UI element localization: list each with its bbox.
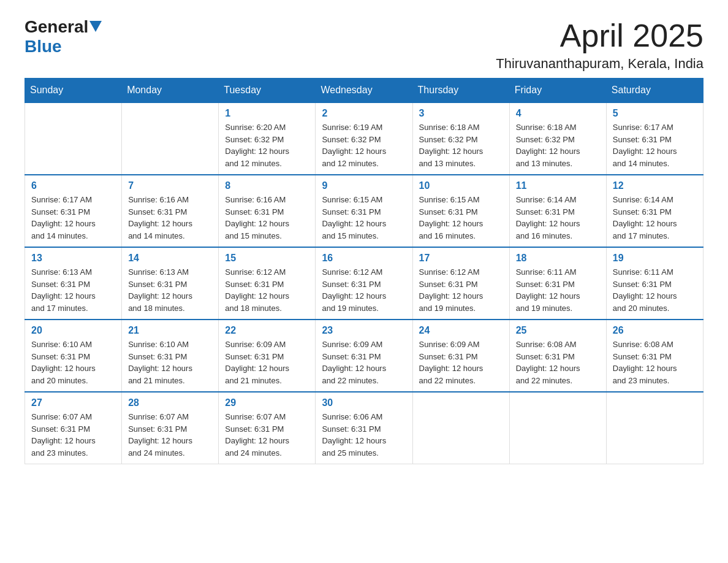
day-info: Sunrise: 6:20 AMSunset: 6:32 PMDaylight:… <box>225 121 309 169</box>
day-info: Sunrise: 6:15 AMSunset: 6:31 PMDaylight:… <box>322 194 406 242</box>
calendar-week-row: 1Sunrise: 6:20 AMSunset: 6:32 PMDaylight… <box>25 102 703 175</box>
day-number: 15 <box>225 253 309 264</box>
day-number: 27 <box>31 397 115 408</box>
day-info: Sunrise: 6:08 AMSunset: 6:31 PMDaylight:… <box>613 339 697 386</box>
day-info: Sunrise: 6:09 AMSunset: 6:31 PMDaylight:… <box>322 339 406 386</box>
day-number: 4 <box>516 108 600 119</box>
calendar-cell: 9Sunrise: 6:15 AMSunset: 6:31 PMDaylight… <box>316 175 412 247</box>
calendar-weekday-header: Tuesday <box>219 79 316 103</box>
day-number: 19 <box>613 253 697 264</box>
calendar-cell: 5Sunrise: 6:17 AMSunset: 6:31 PMDaylight… <box>606 102 703 175</box>
calendar-cell: 23Sunrise: 6:09 AMSunset: 6:31 PMDayligh… <box>316 320 412 392</box>
calendar-header-row: SundayMondayTuesdayWednesdayThursdayFrid… <box>25 79 703 103</box>
calendar-weekday-header: Friday <box>509 79 606 103</box>
day-info: Sunrise: 6:06 AMSunset: 6:31 PMDaylight:… <box>322 411 406 459</box>
calendar-cell: 26Sunrise: 6:08 AMSunset: 6:31 PMDayligh… <box>606 320 703 392</box>
page-subtitle: Thiruvananthapuram, Kerala, India <box>496 56 703 72</box>
calendar-weekday-header: Wednesday <box>316 79 412 103</box>
calendar-cell: 11Sunrise: 6:14 AMSunset: 6:31 PMDayligh… <box>509 175 606 247</box>
page-header: General Blue April 2025 Thiruvananthapur… <box>25 18 703 72</box>
calendar-weekday-header: Monday <box>122 79 219 103</box>
calendar-cell <box>606 392 703 464</box>
day-info: Sunrise: 6:09 AMSunset: 6:31 PMDaylight:… <box>225 339 309 386</box>
day-info: Sunrise: 6:19 AMSunset: 6:32 PMDaylight:… <box>322 121 406 169</box>
calendar-cell: 16Sunrise: 6:12 AMSunset: 6:31 PMDayligh… <box>316 247 412 320</box>
day-info: Sunrise: 6:07 AMSunset: 6:31 PMDaylight:… <box>225 411 309 459</box>
day-info: Sunrise: 6:12 AMSunset: 6:31 PMDaylight:… <box>419 266 503 314</box>
day-info: Sunrise: 6:17 AMSunset: 6:31 PMDaylight:… <box>31 194 115 242</box>
day-info: Sunrise: 6:09 AMSunset: 6:31 PMDaylight:… <box>419 339 503 386</box>
day-info: Sunrise: 6:10 AMSunset: 6:31 PMDaylight:… <box>31 339 115 386</box>
calendar-cell: 17Sunrise: 6:12 AMSunset: 6:31 PMDayligh… <box>412 247 509 320</box>
day-info: Sunrise: 6:14 AMSunset: 6:31 PMDaylight:… <box>516 194 600 242</box>
day-number: 11 <box>516 180 600 191</box>
day-info: Sunrise: 6:11 AMSunset: 6:31 PMDaylight:… <box>613 266 697 314</box>
calendar-cell: 3Sunrise: 6:18 AMSunset: 6:32 PMDaylight… <box>412 102 509 175</box>
day-info: Sunrise: 6:10 AMSunset: 6:31 PMDaylight:… <box>128 339 212 386</box>
day-number: 12 <box>613 180 697 191</box>
day-number: 1 <box>225 108 309 119</box>
page-title: April 2025 <box>496 18 703 53</box>
day-info: Sunrise: 6:16 AMSunset: 6:31 PMDaylight:… <box>128 194 212 242</box>
day-number: 3 <box>419 108 503 119</box>
logo: General Blue <box>25 18 102 56</box>
day-number: 21 <box>128 325 212 336</box>
day-number: 17 <box>419 253 503 264</box>
calendar-cell: 29Sunrise: 6:07 AMSunset: 6:31 PMDayligh… <box>219 392 316 464</box>
calendar-week-row: 13Sunrise: 6:13 AMSunset: 6:31 PMDayligh… <box>25 247 703 320</box>
calendar-cell <box>25 102 122 175</box>
calendar-weekday-header: Saturday <box>606 79 703 103</box>
calendar-cell: 30Sunrise: 6:06 AMSunset: 6:31 PMDayligh… <box>316 392 412 464</box>
day-info: Sunrise: 6:11 AMSunset: 6:31 PMDaylight:… <box>516 266 600 314</box>
calendar-week-row: 6Sunrise: 6:17 AMSunset: 6:31 PMDaylight… <box>25 175 703 247</box>
day-number: 2 <box>322 108 406 119</box>
day-number: 23 <box>322 325 406 336</box>
calendar-cell: 2Sunrise: 6:19 AMSunset: 6:32 PMDaylight… <box>316 102 412 175</box>
calendar-cell: 8Sunrise: 6:16 AMSunset: 6:31 PMDaylight… <box>219 175 316 247</box>
day-info: Sunrise: 6:12 AMSunset: 6:31 PMDaylight:… <box>225 266 309 314</box>
day-info: Sunrise: 6:13 AMSunset: 6:31 PMDaylight:… <box>31 266 115 314</box>
day-number: 5 <box>613 108 697 119</box>
day-number: 13 <box>31 253 115 264</box>
calendar-cell: 25Sunrise: 6:08 AMSunset: 6:31 PMDayligh… <box>509 320 606 392</box>
day-number: 9 <box>322 180 406 191</box>
logo-blue-text: Blue <box>25 37 62 56</box>
day-info: Sunrise: 6:17 AMSunset: 6:31 PMDaylight:… <box>613 121 697 169</box>
day-number: 10 <box>419 180 503 191</box>
day-info: Sunrise: 6:07 AMSunset: 6:31 PMDaylight:… <box>31 411 115 459</box>
calendar-cell: 21Sunrise: 6:10 AMSunset: 6:31 PMDayligh… <box>122 320 219 392</box>
calendar-cell: 13Sunrise: 6:13 AMSunset: 6:31 PMDayligh… <box>25 247 122 320</box>
day-number: 28 <box>128 397 212 408</box>
day-number: 26 <box>613 325 697 336</box>
calendar-cell: 4Sunrise: 6:18 AMSunset: 6:32 PMDaylight… <box>509 102 606 175</box>
day-info: Sunrise: 6:08 AMSunset: 6:31 PMDaylight:… <box>516 339 600 386</box>
calendar-cell: 18Sunrise: 6:11 AMSunset: 6:31 PMDayligh… <box>509 247 606 320</box>
calendar-cell: 1Sunrise: 6:20 AMSunset: 6:32 PMDaylight… <box>219 102 316 175</box>
calendar-cell: 20Sunrise: 6:10 AMSunset: 6:31 PMDayligh… <box>25 320 122 392</box>
calendar-cell <box>122 102 219 175</box>
day-number: 16 <box>322 253 406 264</box>
day-number: 18 <box>516 253 600 264</box>
calendar-table: SundayMondayTuesdayWednesdayThursdayFrid… <box>25 78 703 464</box>
title-block: April 2025 Thiruvananthapuram, Kerala, I… <box>496 18 703 72</box>
day-number: 25 <box>516 325 600 336</box>
day-number: 22 <box>225 325 309 336</box>
day-info: Sunrise: 6:12 AMSunset: 6:31 PMDaylight:… <box>322 266 406 314</box>
logo-general-text: General <box>25 18 88 36</box>
day-number: 14 <box>128 253 212 264</box>
day-info: Sunrise: 6:18 AMSunset: 6:32 PMDaylight:… <box>419 121 503 169</box>
calendar-cell: 27Sunrise: 6:07 AMSunset: 6:31 PMDayligh… <box>25 392 122 464</box>
calendar-cell: 10Sunrise: 6:15 AMSunset: 6:31 PMDayligh… <box>412 175 509 247</box>
day-info: Sunrise: 6:07 AMSunset: 6:31 PMDaylight:… <box>128 411 212 459</box>
day-number: 6 <box>31 180 115 191</box>
calendar-cell: 6Sunrise: 6:17 AMSunset: 6:31 PMDaylight… <box>25 175 122 247</box>
day-info: Sunrise: 6:18 AMSunset: 6:32 PMDaylight:… <box>516 121 600 169</box>
day-number: 8 <box>225 180 309 191</box>
calendar-cell: 7Sunrise: 6:16 AMSunset: 6:31 PMDaylight… <box>122 175 219 247</box>
day-info: Sunrise: 6:16 AMSunset: 6:31 PMDaylight:… <box>225 194 309 242</box>
day-number: 7 <box>128 180 212 191</box>
calendar-cell: 22Sunrise: 6:09 AMSunset: 6:31 PMDayligh… <box>219 320 316 392</box>
day-info: Sunrise: 6:14 AMSunset: 6:31 PMDaylight:… <box>613 194 697 242</box>
calendar-cell: 19Sunrise: 6:11 AMSunset: 6:31 PMDayligh… <box>606 247 703 320</box>
calendar-week-row: 20Sunrise: 6:10 AMSunset: 6:31 PMDayligh… <box>25 320 703 392</box>
